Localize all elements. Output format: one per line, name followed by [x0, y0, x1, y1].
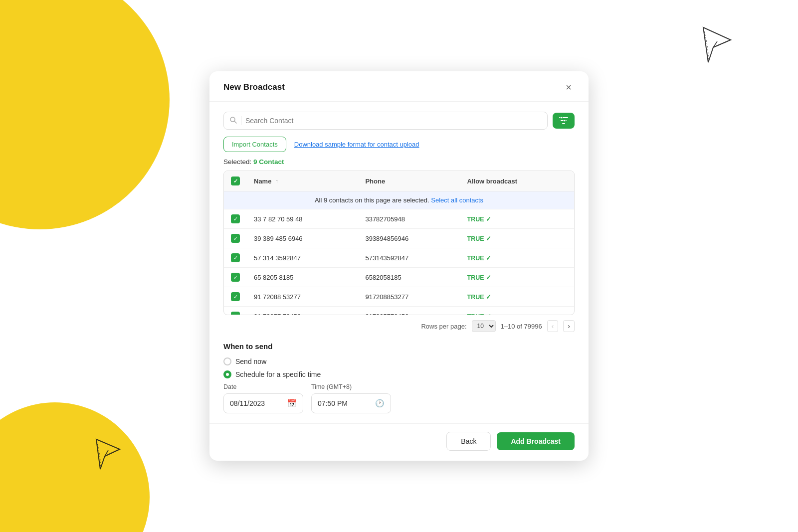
search-box: [223, 112, 548, 130]
select-all-checkbox[interactable]: ✓: [231, 177, 240, 185]
back-button[interactable]: Back: [446, 432, 491, 451]
select-all-contacts-link[interactable]: Select all contacts: [431, 196, 483, 204]
row-phone: 917305779456: [358, 307, 460, 316]
header-allow-broadcast: Allow broadcast: [460, 171, 574, 191]
name-sort-icon[interactable]: ↑: [275, 178, 278, 184]
modal-wrapper: New Broadcast ×: [0, 0, 798, 532]
add-broadcast-button[interactable]: Add Broadcast: [497, 432, 575, 450]
page-range: 1–10 of 79996: [501, 323, 542, 330]
pagination-row: Rows per page: 10 25 50 1–10 of 79996 ‹ …: [223, 320, 575, 332]
header-phone: Phone: [358, 171, 460, 191]
row-phone: 33782705948: [358, 209, 460, 229]
datetime-row: Date 08/11/2023 📅 Time (GMT+8) 07:50 PM …: [223, 383, 575, 413]
import-contacts-button[interactable]: Import Contacts: [223, 137, 286, 152]
modal-footer: Back Add Broadcast: [209, 423, 589, 461]
row-checkbox-5[interactable]: ✓: [231, 312, 240, 315]
row-checkbox-4[interactable]: ✓: [231, 292, 240, 301]
time-value: 07:50 PM: [318, 399, 371, 407]
svg-point-6: [564, 120, 566, 122]
row-allow-broadcast: TRUE ✓: [460, 287, 574, 307]
schedule-radio[interactable]: [223, 370, 231, 378]
all-selected-banner-row: All 9 contacts on this page are selected…: [224, 191, 574, 209]
table-row: ✓91 73057 79456917305779456TRUE ✓: [224, 307, 574, 316]
svg-rect-4: [562, 123, 565, 124]
date-label: Date: [223, 383, 303, 390]
row-name: 57 314 3592847: [247, 248, 358, 268]
rows-per-page-label: Rows per page:: [421, 323, 466, 330]
svg-line-1: [234, 121, 236, 123]
row-name: 91 72088 53277: [247, 287, 358, 307]
download-sample-link[interactable]: Download sample format for contact uploa…: [294, 141, 419, 148]
row-allow-broadcast: TRUE ✓: [460, 229, 574, 248]
modal-body: Import Contacts Download sample format f…: [209, 102, 589, 423]
row-allow-broadcast: TRUE ✓: [460, 209, 574, 229]
date-value: 08/11/2023: [230, 399, 283, 407]
row-checkbox-1[interactable]: ✓: [231, 234, 240, 243]
search-input[interactable]: [245, 117, 541, 125]
send-now-radio[interactable]: [223, 357, 231, 365]
row-name: 65 8205 8185: [247, 268, 358, 287]
modal-title: New Broadcast: [223, 82, 285, 92]
table-header-row: ✓ Name ↑ Phone Allow broadcast: [224, 171, 574, 191]
import-row: Import Contacts Download sample format f…: [223, 137, 575, 152]
search-divider: [241, 116, 241, 125]
table-row: ✓39 389 485 6946393894856946TRUE ✓: [224, 229, 574, 248]
row-name: 91 73057 79456: [247, 307, 358, 316]
modal-header: New Broadcast ×: [209, 71, 589, 102]
row-allow-broadcast: TRUE ✓: [460, 268, 574, 287]
prev-page-button[interactable]: ‹: [547, 320, 559, 332]
send-now-option[interactable]: Send now: [223, 357, 575, 365]
time-group: Time (GMT+8) 07:50 PM 🕐: [311, 383, 391, 413]
rows-per-page-select[interactable]: 10 25 50: [472, 320, 496, 332]
row-checkbox-0[interactable]: ✓: [231, 214, 240, 223]
table-row: ✓91 72088 53277917208853277TRUE ✓: [224, 287, 574, 307]
calendar-icon: 📅: [287, 399, 297, 408]
row-allow-broadcast: TRUE ✓: [460, 248, 574, 268]
row-name: 39 389 485 6946: [247, 229, 358, 248]
row-phone: 573143592847: [358, 248, 460, 268]
header-name: Name ↑: [247, 171, 358, 191]
row-checkbox-3[interactable]: ✓: [231, 273, 240, 282]
search-row: [223, 112, 575, 130]
when-to-send-title: When to send: [223, 342, 575, 351]
time-label: Time (GMT+8): [311, 383, 391, 390]
date-group: Date 08/11/2023 📅: [223, 383, 303, 413]
row-phone: 917208853277: [358, 287, 460, 307]
selected-info: Selected: 9 Contact: [223, 158, 575, 166]
time-input-wrap[interactable]: 07:50 PM 🕐: [311, 393, 391, 413]
close-button[interactable]: ×: [563, 81, 575, 93]
filter-button[interactable]: [553, 113, 575, 129]
search-icon: [230, 117, 237, 125]
row-phone: 393894856946: [358, 229, 460, 248]
svg-point-5: [561, 117, 563, 119]
all-selected-banner: All 9 contacts on this page are selected…: [224, 191, 574, 209]
contacts-table-container: ✓ Name ↑ Phone Allow broadcast: [223, 171, 575, 315]
new-broadcast-modal: New Broadcast ×: [209, 71, 589, 461]
contacts-table: ✓ Name ↑ Phone Allow broadcast: [224, 171, 574, 315]
clock-icon: 🕐: [375, 399, 385, 408]
table-row: ✓33 7 82 70 59 4833782705948TRUE ✓: [224, 209, 574, 229]
row-checkbox-2[interactable]: ✓: [231, 253, 240, 262]
row-allow-broadcast: TRUE ✓: [460, 307, 574, 316]
table-row: ✓57 314 3592847573143592847TRUE ✓: [224, 248, 574, 268]
next-page-button[interactable]: ›: [563, 320, 575, 332]
table-row: ✓65 8205 81856582058185TRUE ✓: [224, 268, 574, 287]
date-input-wrap[interactable]: 08/11/2023 📅: [223, 393, 303, 413]
row-phone: 6582058185: [358, 268, 460, 287]
schedule-option[interactable]: Schedule for a specific time: [223, 370, 575, 378]
header-checkbox-cell: ✓: [224, 171, 247, 191]
row-name: 33 7 82 70 59 48: [247, 209, 358, 229]
